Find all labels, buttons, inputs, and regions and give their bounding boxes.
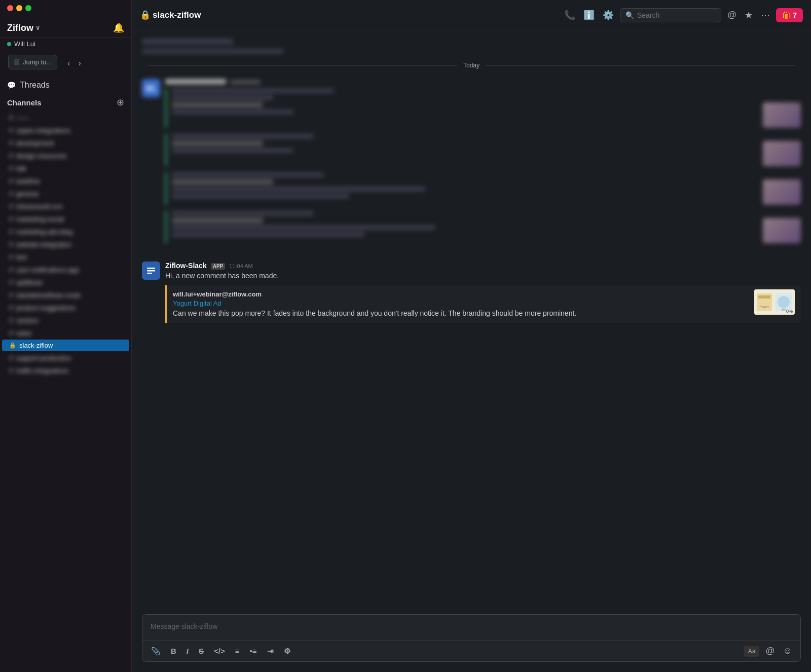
sidebar-item-channel-14[interactable]: # standaloneflows-route xyxy=(2,289,129,301)
user-status: Will Lui xyxy=(0,38,131,53)
svg-rect-1 xyxy=(147,268,155,269)
at-icon[interactable]: @ xyxy=(725,8,739,22)
sidebar-item-slack-ziflow[interactable]: 🔒 slack-ziflow xyxy=(2,340,129,351)
sidebar-item-channel-9[interactable]: # marketing-ads-blog xyxy=(2,226,129,238)
gear-icon[interactable]: ⚙️ xyxy=(601,8,616,23)
search-icon: 🔍 xyxy=(625,11,634,19)
avatar: WL xyxy=(142,79,160,97)
hash-icon: # xyxy=(9,278,13,286)
bold-button[interactable]: B xyxy=(168,645,179,657)
star-icon[interactable]: ★ xyxy=(743,8,755,23)
bot-avatar xyxy=(142,262,160,280)
sidebar-item-channel-10[interactable]: # website-integration xyxy=(2,238,129,250)
jump-to-button[interactable]: ☰ Jump to... xyxy=(8,55,57,69)
minimize-button[interactable] xyxy=(16,5,22,11)
quoted-link[interactable]: Yogurt Digital Ad xyxy=(173,300,754,307)
hash-icon: # xyxy=(9,240,13,248)
strikethrough-button[interactable]: S xyxy=(196,645,206,657)
sidebar-item-channel-4[interactable]: # talk xyxy=(2,162,129,174)
gift-button[interactable]: 🎁 7 xyxy=(776,8,803,22)
sidebar-item-channel-5[interactable]: # taskflow xyxy=(2,175,129,187)
forward-button[interactable]: › xyxy=(75,58,84,69)
sidebar-item-channel-8[interactable]: # marketing-social xyxy=(2,213,129,225)
input-toolbar: 📎 B I S </> ≡ •≡ ⇥ ⚙ Aa @ ☺ xyxy=(142,640,800,661)
active-channel-label: slack-ziflow xyxy=(19,342,53,349)
back-button[interactable]: ‹ xyxy=(64,58,73,69)
emoji-button[interactable]: ☺ xyxy=(781,644,794,658)
at-mention-icon[interactable]: @ xyxy=(763,644,777,658)
sidebar-item-channel-12[interactable]: # user-notifications-app xyxy=(2,264,129,276)
search-box[interactable]: 🔍 xyxy=(620,8,721,22)
hash-icon: # xyxy=(9,215,13,223)
sidebar-item-channel-0[interactable]: # —— xyxy=(2,111,129,124)
sidebar-item-channel-3[interactable]: # design-resources xyxy=(2,150,129,162)
topbar: 🔒 slack-ziflow 📞 ℹ️ ⚙️ 🔍 @ ★ ⋯ 🎁 7 xyxy=(132,0,811,30)
topbar-left: 🔒 slack-ziflow xyxy=(140,10,201,20)
maximize-button[interactable] xyxy=(25,5,31,11)
add-channel-icon[interactable]: ⊕ xyxy=(117,97,124,108)
jump-to-label: Jump to... xyxy=(23,58,52,66)
date-divider: Today xyxy=(142,62,801,69)
sidebar-item-channel-19[interactable]: # traffic-integrations xyxy=(2,364,129,377)
ordered-list-button[interactable]: ≡ xyxy=(233,645,242,657)
svg-text:Yogurt: Yogurt xyxy=(760,305,768,308)
indent-button[interactable]: ⇥ xyxy=(265,645,276,657)
sidebar-item-channel-1[interactable]: # zapier-integrations xyxy=(2,124,129,136)
hash-icon: # xyxy=(9,266,13,274)
svg-rect-2 xyxy=(147,270,155,272)
sidebar-item-channel-13[interactable]: # splitflows xyxy=(2,276,129,288)
sidebar-item-channel-2[interactable]: # development xyxy=(2,137,129,149)
svg-rect-6 xyxy=(758,295,770,298)
workflow-button[interactable]: ⚙ xyxy=(281,645,293,657)
hash-icon: # xyxy=(9,253,13,261)
sidebar-item-channel-16[interactable]: # random xyxy=(2,314,129,326)
sidebar-item-threads[interactable]: 💬 Threads xyxy=(0,77,131,94)
bell-icon[interactable]: 🔔 xyxy=(113,22,124,33)
message-content xyxy=(165,79,801,249)
message-input-text[interactable]: Message slack-ziflow xyxy=(142,615,800,640)
lock-icon: 🔒 xyxy=(9,342,16,349)
attachment-button[interactable]: 📎 xyxy=(149,645,163,657)
more-icon[interactable]: ⋯ xyxy=(759,8,772,23)
date-label: Today xyxy=(463,62,480,69)
toolbar-right: Aa @ ☺ xyxy=(744,644,794,658)
channel-title: 🔒 slack-ziflow xyxy=(140,10,201,20)
hash-icon: # xyxy=(9,291,13,299)
thumbnail-1 xyxy=(763,102,801,128)
sidebar-item-channel-11[interactable]: # test xyxy=(2,251,129,263)
quoted-text: Can we make this pop more? It fades into… xyxy=(173,309,576,317)
topbar-right: 📞 ℹ️ ⚙️ 🔍 @ ★ ⋯ 🎁 7 xyxy=(562,8,803,23)
hash-icon: # xyxy=(9,366,13,375)
sender-name: Ziflow-Slack xyxy=(165,262,207,270)
hash-icon: # xyxy=(9,164,13,172)
italic-button[interactable]: I xyxy=(184,645,191,657)
sidebar-item-channel-15[interactable]: # product-suggestions xyxy=(2,302,129,314)
format-button[interactable]: Aa xyxy=(744,646,760,657)
older-messages-group: Today WL xyxy=(142,39,801,251)
sidebar-item-channel-17[interactable]: # sales xyxy=(2,327,129,339)
channel-lock-icon: 🔒 xyxy=(140,10,151,20)
close-button[interactable] xyxy=(7,5,13,11)
channels-section-header: Channels ⊕ xyxy=(0,94,131,111)
quoted-message: will.lui+webinar@ziflow.com Yogurt Digit… xyxy=(165,285,801,323)
thumbnail-3 xyxy=(763,179,801,205)
bullet-list-button[interactable]: •≡ xyxy=(247,645,259,657)
hash-icon: # xyxy=(9,329,13,337)
svg-text:0%: 0% xyxy=(782,308,786,311)
sidebar-item-channel-6[interactable]: # general xyxy=(2,188,129,200)
phone-icon[interactable]: 📞 xyxy=(562,8,577,23)
message-timestamp: 11:04 AM xyxy=(229,263,252,269)
thumbnail-4 xyxy=(763,218,801,243)
sidebar: Ziflow ∨ 🔔 Will Lui ☰ Jump to... ‹ › 💬 T… xyxy=(0,0,132,672)
workspace-name[interactable]: Ziflow ∨ xyxy=(7,23,40,33)
search-input[interactable] xyxy=(637,11,708,19)
sidebar-item-channel-18[interactable]: # support-production xyxy=(2,352,129,364)
message-input-area: Message slack-ziflow 📎 B I S </> ≡ •≡ ⇥ … xyxy=(142,614,801,662)
sidebar-item-channel-7[interactable]: # infusionsoft-crm xyxy=(2,200,129,212)
info-icon[interactable]: ℹ️ xyxy=(581,8,597,23)
code-button[interactable]: </> xyxy=(211,645,228,657)
window-controls xyxy=(0,0,131,16)
main-content: 🔒 slack-ziflow 📞 ℹ️ ⚙️ 🔍 @ ★ ⋯ 🎁 7 xyxy=(132,0,811,672)
gift-icon: 🎁 xyxy=(782,11,791,19)
hash-icon: # xyxy=(9,354,13,362)
